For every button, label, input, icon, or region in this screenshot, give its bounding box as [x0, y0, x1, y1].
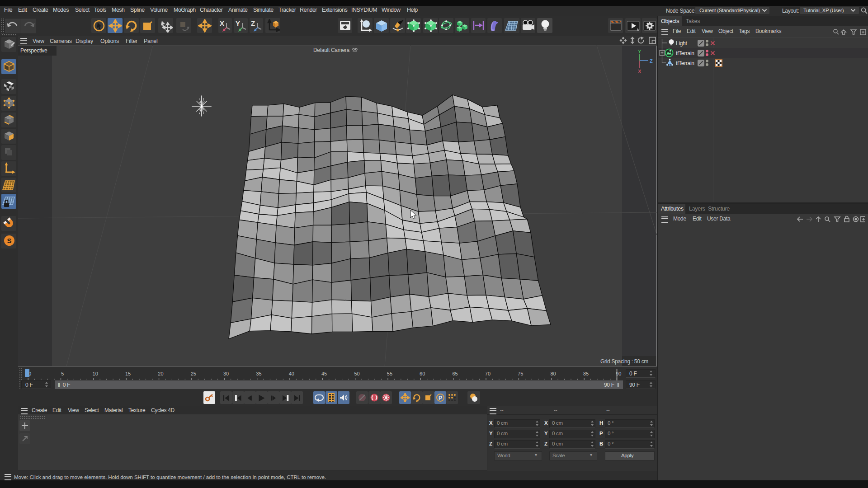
svg-text:S: S: [7, 237, 11, 244]
svg-text:20: 20: [158, 371, 163, 376]
svg-text:25: 25: [191, 371, 196, 376]
svg-text:30: 30: [223, 371, 229, 376]
svg-text:0: 0: [28, 371, 31, 376]
svg-text:55: 55: [387, 371, 392, 376]
svg-text:P: P: [439, 395, 442, 401]
svg-text:85: 85: [583, 371, 589, 376]
svg-text:60: 60: [420, 371, 425, 376]
svg-text:80: 80: [550, 371, 556, 376]
svg-text:75: 75: [518, 371, 523, 376]
svg-text:5: 5: [61, 371, 64, 376]
svg-text:50: 50: [354, 371, 359, 376]
svg-text:10: 10: [93, 371, 98, 376]
svg-text:35: 35: [256, 371, 261, 376]
svg-text:45: 45: [321, 371, 327, 376]
svg-text:40: 40: [289, 371, 294, 376]
svg-text:15: 15: [125, 371, 131, 376]
svg-text:70: 70: [485, 371, 491, 376]
svg-text:65: 65: [452, 371, 458, 376]
